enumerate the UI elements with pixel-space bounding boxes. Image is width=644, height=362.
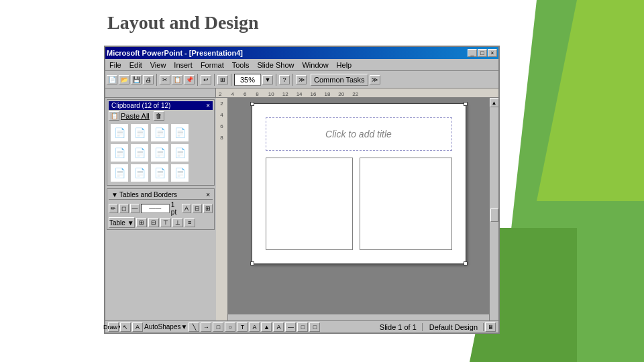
menu-slideshow[interactable]: Slide Show xyxy=(254,60,297,70)
eraser-btn[interactable]: ◻ xyxy=(119,204,129,213)
text-btn[interactable]: A xyxy=(132,322,143,332)
align-top-btn[interactable]: ⊤ xyxy=(160,218,171,227)
new-btn[interactable]: 📄 xyxy=(107,75,117,84)
clip-item-1[interactable]: 📄 xyxy=(110,123,129,142)
resize-handle-tr[interactable] xyxy=(464,102,468,106)
menu-format[interactable]: Format xyxy=(198,60,227,70)
menu-window[interactable]: Window xyxy=(299,60,331,70)
draw-table-btn[interactable]: ✏ xyxy=(109,204,118,213)
tables-toolbar1: ✏ ◻ — —— 1 pt A ⊟ ⊞ xyxy=(109,201,213,216)
slide-content-left[interactable] xyxy=(266,158,353,250)
status-icon: 🖥 xyxy=(485,322,496,332)
save-btn[interactable]: 💾 xyxy=(131,75,142,84)
status-slide-info: Slide 1 of 1 xyxy=(374,323,423,331)
shadow-btn[interactable]: □ xyxy=(297,322,308,332)
resize-handle-tl[interactable] xyxy=(250,102,254,106)
clipboard-icon: 📋 xyxy=(109,111,119,121)
print-btn[interactable]: 🖨 xyxy=(143,75,154,84)
outside-borders-btn[interactable]: ⊞ xyxy=(203,204,213,213)
autoshapes-btn[interactable]: AutoShapes▼ xyxy=(144,323,187,330)
scroll-up[interactable]: ▲ xyxy=(490,98,499,107)
clipboard-title-text: Clipboard (12 of 12) xyxy=(111,102,170,109)
oval-btn[interactable]: ○ xyxy=(225,322,235,332)
split-cells-btn[interactable]: ⊟ xyxy=(148,218,159,227)
clip-item-6[interactable]: 📄 xyxy=(130,143,149,162)
clipboard-panel: Clipboard (12 of 12) × 📋 Paste All 🗑 📄 📄… xyxy=(107,99,215,186)
common-tasks-button[interactable]: Common Tasks xyxy=(311,74,368,86)
menu-help[interactable]: Help xyxy=(334,60,355,70)
menu-insert[interactable]: Insert xyxy=(171,60,195,70)
scrollbar-vertical[interactable]: ▲ ▼ xyxy=(489,98,498,333)
clip-item-9[interactable]: 📄 xyxy=(110,164,129,182)
tables-title-text: Tables and Borders xyxy=(119,191,177,198)
align-bottom-btn[interactable]: ≡ xyxy=(184,218,195,227)
help-btn[interactable]: ? xyxy=(279,75,290,84)
textbox-btn[interactable]: T xyxy=(237,322,248,332)
menu-edit[interactable]: Edit xyxy=(127,60,145,70)
menu-view[interactable]: View xyxy=(148,60,169,70)
line-btn[interactable]: ╲ xyxy=(189,322,199,332)
clipboard-close[interactable]: × xyxy=(206,102,210,109)
3d-btn[interactable]: □ xyxy=(309,322,320,332)
draw-btn[interactable]: Draw▼ xyxy=(108,322,119,332)
clip-item-8[interactable]: 📄 xyxy=(170,143,189,162)
select-btn[interactable]: ↖ xyxy=(120,322,131,332)
clip-item-11[interactable]: 📄 xyxy=(150,164,169,182)
zoom-input[interactable] xyxy=(234,74,261,86)
resize-handle-bl[interactable] xyxy=(250,261,254,265)
insert-table-btn[interactable]: ⊞ xyxy=(217,75,228,84)
tables-title-bar: ▼ Tables and Borders × xyxy=(109,190,213,200)
merge-cells-btn[interactable]: ⊞ xyxy=(136,218,147,227)
menu-tools[interactable]: Tools xyxy=(229,60,252,70)
line-color2-btn[interactable]: — xyxy=(285,322,296,332)
common-tasks-more[interactable]: ≫ xyxy=(370,75,380,84)
clip-item-2[interactable]: 📄 xyxy=(130,123,149,142)
close-button[interactable]: × xyxy=(488,49,497,57)
slide-content-right[interactable] xyxy=(360,158,452,250)
minimize-button[interactable]: _ xyxy=(468,49,477,57)
clipboard-grid: 📄 📄 📄 📄 📄 📄 📄 📄 📄 📄 📄 📄 xyxy=(109,122,213,184)
clear-all-btn[interactable]: 🗑 xyxy=(154,111,164,121)
cut-btn[interactable]: ✂ xyxy=(160,75,170,84)
ruler-vertical: 2468 xyxy=(216,98,228,333)
clip-item-10[interactable]: 📄 xyxy=(130,164,149,182)
paste-all-btn[interactable]: Paste All xyxy=(121,112,150,120)
scroll-thumb[interactable] xyxy=(490,208,498,222)
wordart-btn[interactable]: A xyxy=(249,322,260,332)
line-style-btn[interactable]: — xyxy=(130,204,140,213)
clip-item-5[interactable]: 📄 xyxy=(110,143,129,162)
table-dropdown-btn[interactable]: Table ▼ xyxy=(109,217,135,228)
clip-item-7[interactable]: 📄 xyxy=(150,143,169,162)
clip-item-3[interactable]: 📄 xyxy=(150,123,169,142)
arrow-btn[interactable]: → xyxy=(201,322,211,332)
undo-btn[interactable]: ↩ xyxy=(201,75,211,84)
slide-scroll-area[interactable]: Click to add title xyxy=(228,98,489,314)
menu-file[interactable]: File xyxy=(107,60,124,70)
menu-bar: File Edit View Insert Format Tools Slide… xyxy=(105,59,498,71)
slide-title-placeholder[interactable]: Click to add title xyxy=(266,117,452,151)
separator2 xyxy=(197,74,198,86)
border-btn[interactable]: ⊟ xyxy=(193,204,202,213)
align-center-btn[interactable]: ⊥ xyxy=(172,218,183,227)
main-toolbar: 📄 📂 💾 🖨 ✂ 📋 📌 ↩ ⊞ ▼ ? ≫ Common Tasks ≫ xyxy=(105,71,498,88)
fill-color-btn[interactable]: ▲ xyxy=(261,322,272,332)
paste-btn[interactable]: 📌 xyxy=(184,75,195,84)
expand-btn[interactable]: ≫ xyxy=(296,75,307,84)
slide-title-text: Click to add title xyxy=(325,129,392,139)
clipboard-title-bar: Clipboard (12 of 12) × xyxy=(109,101,213,110)
line-weight-display: —— xyxy=(141,204,170,213)
open-btn[interactable]: 📂 xyxy=(119,75,129,84)
resize-handle-br[interactable] xyxy=(464,261,468,265)
slide-canvas[interactable]: Click to add title xyxy=(252,103,466,264)
maximize-button[interactable]: □ xyxy=(478,49,487,57)
rect-btn[interactable]: □ xyxy=(213,322,223,332)
clipboard-toolbar: 📋 Paste All 🗑 xyxy=(109,111,213,121)
zoom-dropdown[interactable]: ▼ xyxy=(262,75,273,84)
separator4 xyxy=(231,74,231,86)
font-color-btn[interactable]: A xyxy=(273,322,284,332)
clip-item-4[interactable]: 📄 xyxy=(170,123,189,142)
copy-btn[interactable]: 📋 xyxy=(172,75,182,84)
tables-close[interactable]: × xyxy=(206,191,210,198)
line-color-btn[interactable]: A xyxy=(182,204,191,213)
clip-item-12[interactable]: 📄 xyxy=(170,164,189,182)
